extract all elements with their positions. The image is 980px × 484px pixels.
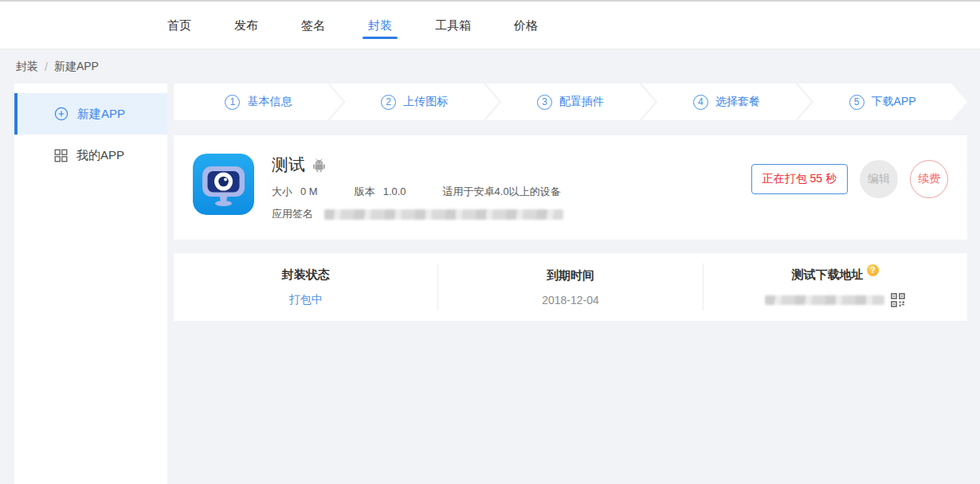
nav-item-package[interactable]: 封装 [368, 2, 392, 49]
step-label: 配置插件 [559, 95, 604, 109]
sidebar-item-new-app[interactable]: 新建APP [14, 93, 167, 135]
nav-item-price[interactable]: 价格 [514, 2, 538, 49]
sidebar: 新建APP 我的APP [14, 84, 167, 484]
breadcrumb: 封装 / 新建APP [0, 49, 980, 84]
breadcrumb-parent[interactable]: 封装 [16, 60, 38, 74]
step-number-badge: 2 [381, 95, 396, 110]
expiry-date-value: 2018-12-04 [542, 294, 599, 306]
main-panel: 1 基本信息 2 上传图标 3 配置插件 4 选择套餐 5 下载APP [174, 84, 967, 321]
step-label: 基本信息 [247, 95, 292, 109]
breadcrumb-separator: / [45, 60, 48, 73]
sidebar-item-label: 我的APP [76, 148, 124, 163]
nav-item-home[interactable]: 首页 [167, 2, 191, 49]
app-actions: 正在打包 55 秒 编辑 续费 [751, 160, 948, 198]
app-info: 测试 大小0 M [272, 154, 751, 221]
android-icon [312, 158, 326, 173]
nav-item-publish[interactable]: 发布 [234, 2, 258, 49]
edit-button[interactable]: 编辑 [860, 160, 898, 198]
status-title: 到期时间 [547, 268, 594, 283]
sidebar-item-my-app[interactable]: 我的APP [14, 135, 167, 176]
status-title: 封装状态 [282, 267, 330, 283]
step-configure-plugin[interactable]: 3 配置插件 [486, 84, 656, 120]
status-col-package-state: 封装状态 打包中 [174, 263, 437, 310]
step-download-app[interactable]: 5 下载APP [798, 84, 967, 120]
status-col-expiry: 到期时间 2018-12-04 [437, 263, 702, 310]
app-icon [193, 154, 254, 215]
step-number-badge: 4 [693, 95, 708, 110]
content-layout: 新建APP 我的APP 1 基本信息 2 上传图标 3 [0, 84, 980, 484]
plus-circle-icon [54, 107, 69, 121]
steps-bar: 1 基本信息 2 上传图标 3 配置插件 4 选择套餐 5 下载APP [174, 84, 967, 120]
nav-item-toolbox[interactable]: 工具箱 [435, 2, 471, 49]
sidebar-item-label: 新建APP [77, 107, 125, 122]
qr-code-icon[interactable] [891, 293, 905, 307]
status-title: 测试下载地址 [792, 267, 864, 283]
signature-label: 应用签名 [272, 207, 313, 221]
step-label: 选择套餐 [715, 95, 760, 109]
step-number-badge: 1 [225, 95, 240, 110]
help-icon[interactable]: ? [867, 264, 879, 276]
size-value: 0 M [300, 185, 318, 197]
step-select-plan[interactable]: 4 选择套餐 [641, 84, 811, 120]
download-url-redacted-value [765, 295, 884, 305]
step-label: 下载APP [872, 95, 916, 109]
app-card: 测试 大小0 M [174, 135, 967, 240]
size-label: 大小 [272, 185, 292, 197]
app-name: 测试 [272, 154, 305, 176]
packing-status-button[interactable]: 正在打包 55 秒 [751, 164, 848, 194]
status-card: 封装状态 打包中 到期时间 2018-12-04 测试下载地址 ? [174, 253, 967, 321]
step-number-badge: 3 [537, 95, 552, 110]
renew-button[interactable]: 续费 [910, 160, 948, 198]
step-upload-icon[interactable]: 2 上传图标 [330, 84, 500, 120]
top-nav: 首页 发布 签名 封装 工具箱 价格 [0, 0, 980, 49]
grid-icon [54, 149, 68, 162]
step-basic-info[interactable]: 1 基本信息 [174, 84, 343, 120]
nav-item-sign[interactable]: 签名 [301, 2, 325, 49]
signature-redacted-value [324, 209, 563, 220]
step-label: 上传图标 [403, 95, 448, 109]
package-state-value[interactable]: 打包中 [289, 293, 323, 307]
app-meta: 大小0 M 版本1.0.0 适用于安卓4.0以上的设备 [272, 185, 751, 199]
status-col-download-url: 测试下载地址 ? [703, 263, 967, 310]
step-number-badge: 5 [849, 95, 864, 110]
version-label: 版本 [355, 185, 375, 197]
version-value: 1.0.0 [383, 185, 406, 197]
breadcrumb-current: 新建APP [54, 60, 99, 74]
compatibility-text: 适用于安卓4.0以上的设备 [443, 185, 561, 199]
